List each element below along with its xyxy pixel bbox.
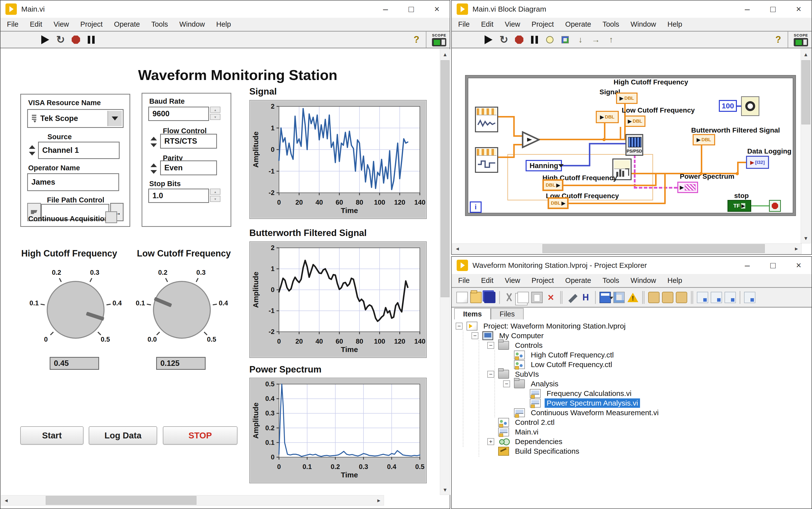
pause-button[interactable]: [85, 33, 98, 46]
lcf-indicator-terminal[interactable]: ▶DBL: [625, 115, 646, 127]
collapse-icon[interactable]: −: [487, 371, 494, 378]
scroll-left-arrow[interactable]: ◂: [1, 496, 11, 505]
tab-files[interactable]: Files: [491, 308, 524, 319]
high-cutoff-knob[interactable]: 00.10.20.30.40.5: [31, 265, 120, 354]
operator-name-field[interactable]: James: [27, 173, 119, 191]
step-out-button[interactable]: [605, 33, 618, 46]
context-help-icon[interactable]: ?: [775, 34, 781, 45]
front-panel-titlebar[interactable]: Main.vi – □ ×: [0, 0, 450, 18]
collapse-icon[interactable]: −: [456, 323, 463, 330]
check-icon[interactable]: [697, 292, 708, 303]
tree-item-control-2-ctl[interactable]: Control 2.ctl: [487, 418, 557, 427]
menu-item-file[interactable]: File: [458, 276, 470, 284]
undo-deploy-icon[interactable]: [711, 292, 722, 303]
menu-item-tools[interactable]: Tools: [602, 20, 619, 28]
deploy-all-icon[interactable]: [662, 292, 674, 303]
abort-button[interactable]: [69, 33, 82, 46]
paste-icon[interactable]: [531, 292, 543, 303]
menu-item-operate[interactable]: Operate: [565, 20, 591, 28]
menu-item-tools[interactable]: Tools: [151, 20, 168, 28]
menu-item-operate[interactable]: Operate: [114, 20, 140, 28]
scroll-up-arrow[interactable]: ▴: [801, 49, 811, 59]
tree-item-power-spectrum-analysis-vi[interactable]: Power Spectrum Analysis.vi: [519, 398, 640, 408]
tree-item-main-vi[interactable]: Main.vi: [487, 427, 540, 437]
waveform-source-vi-2[interactable]: [475, 147, 498, 173]
highlight-execution-button[interactable]: [543, 33, 556, 46]
low-cutoff-value[interactable]: 0.125: [156, 357, 206, 370]
loop-iteration-terminal[interactable]: i: [470, 201, 481, 213]
scroll-down-arrow[interactable]: ▾: [801, 233, 811, 243]
baud-rate-spinner[interactable]: ▴▾: [210, 107, 220, 120]
data-logging-indicator-terminal[interactable]: ▶[I32]: [746, 156, 769, 169]
menu-item-help[interactable]: Help: [667, 20, 682, 28]
scroll-down-arrow[interactable]: ▾: [440, 485, 450, 495]
baud-rate-field[interactable]: 9600: [148, 107, 209, 121]
run-continuous-button[interactable]: [497, 33, 510, 46]
collapse-icon[interactable]: −: [471, 332, 478, 339]
context-help-icon[interactable]: ?: [414, 34, 419, 45]
deploy-icon[interactable]: [648, 292, 659, 303]
menu-item-view[interactable]: View: [505, 276, 520, 284]
maximize-button[interactable]: □: [760, 0, 786, 18]
new-file-icon[interactable]: [457, 292, 468, 303]
diagram-canvas[interactable]: Signal ▶DBL High Cutoff Frequency ▶DBL L…: [452, 49, 801, 243]
source-spinner[interactable]: [28, 145, 37, 156]
knob-dial[interactable]: [47, 281, 104, 339]
open-project-icon[interactable]: [470, 292, 481, 303]
list-icon[interactable]: [724, 292, 736, 303]
scroll-right-arrow[interactable]: ▸: [791, 244, 801, 253]
step-into-button[interactable]: [574, 33, 587, 46]
menu-item-project[interactable]: Project: [80, 20, 102, 28]
horizontal-scrollbar[interactable]: ◂ ▸: [1, 495, 384, 506]
tree-item-high-cutoff-frequency-ctl[interactable]: High Cutoff Frequency.ctl: [503, 350, 616, 360]
project-explorer-titlebar[interactable]: Waveform Monitoring Station.lvproj - Pro…: [452, 257, 812, 274]
collapse-icon[interactable]: −: [487, 342, 494, 349]
lcf-control-terminal[interactable]: DBL▶: [548, 197, 569, 209]
start-button[interactable]: Start: [20, 426, 84, 445]
flow-control-field[interactable]: RTS/CTS: [160, 134, 217, 148]
low-cutoff-knob[interactable]: 0.00.10.20.30.40.5: [137, 265, 226, 354]
knob-dial[interactable]: [153, 281, 211, 339]
menu-item-tools[interactable]: Tools: [602, 276, 619, 284]
visa-dropdown-button[interactable]: [107, 111, 122, 126]
menu-item-window[interactable]: Window: [631, 20, 656, 28]
tree-item-low-cutoff-frequency-ctl[interactable]: Low Cutoff Frequency.ctl: [503, 360, 614, 369]
scope-button[interactable]: SCOPE: [790, 32, 812, 48]
step-over-button[interactable]: [589, 33, 602, 46]
merge-signals-node[interactable]: [522, 131, 540, 149]
menu-item-file[interactable]: File: [458, 20, 470, 28]
menu-item-edit[interactable]: Edit: [481, 276, 494, 284]
close-button[interactable]: ×: [786, 0, 812, 18]
pause-button[interactable]: [528, 33, 541, 46]
stop-button[interactable]: STOP: [163, 426, 238, 445]
power-spectrum-indicator-terminal[interactable]: ▶: [677, 182, 698, 193]
menu-item-operate[interactable]: Operate: [565, 276, 591, 284]
tree-item-project-waveform-monitoring-station-lvproj[interactable]: −Project: Waveform Monitoring Station.lv…: [456, 321, 628, 331]
tree-item-analysis[interactable]: −Analysis: [503, 379, 560, 388]
expand-icon[interactable]: +: [487, 438, 494, 445]
cut-icon[interactable]: [504, 292, 515, 303]
menu-item-window[interactable]: Window: [631, 276, 656, 284]
parity-field[interactable]: Even: [160, 161, 217, 175]
log-data-button[interactable]: Log Data: [89, 426, 157, 445]
tab-items[interactable]: Items: [454, 308, 491, 319]
scroll-thumb[interactable]: [441, 60, 449, 297]
tree-item-continuous-waveform-measurement-vi[interactable]: Continuous Waveform Measurement.vi: [503, 408, 660, 417]
minimize-button[interactable]: –: [373, 0, 398, 18]
close-button[interactable]: ×: [424, 0, 450, 18]
source-field[interactable]: Channel 1: [38, 142, 120, 159]
wait-ms-constant[interactable]: 100: [719, 100, 737, 112]
vertical-scrollbar[interactable]: ▴ ▾: [440, 49, 450, 495]
search-icon[interactable]: [744, 292, 755, 303]
signal-indicator-terminal[interactable]: ▶DBL: [596, 111, 619, 123]
scroll-up-arrow[interactable]: ▴: [440, 49, 450, 59]
stop-bits-field[interactable]: 1.0: [148, 189, 209, 203]
sync-icon[interactable]: [676, 292, 687, 303]
copy-icon[interactable]: [518, 292, 529, 303]
menu-item-edit[interactable]: Edit: [30, 20, 42, 28]
parity-spinner[interactable]: [149, 163, 158, 174]
show-warnings-icon[interactable]: [627, 292, 638, 303]
maximize-button[interactable]: □: [398, 0, 424, 18]
butterworth-indicator-terminal[interactable]: ▶DBL: [693, 134, 715, 145]
tree-item-subvis[interactable]: −SubVIs: [487, 370, 541, 379]
